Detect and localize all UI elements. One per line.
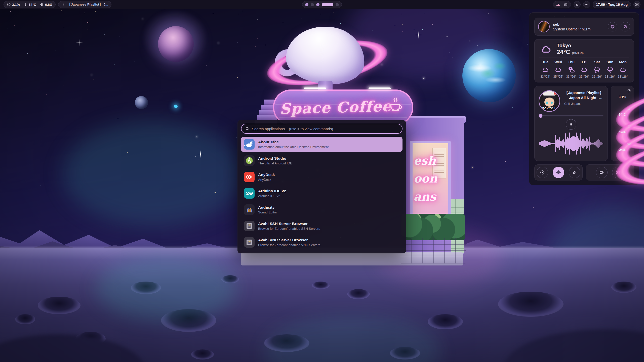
app-list-item[interactable]: Android StudioThe official Android IDE (241, 153, 403, 168)
forecast-temps: 35°/26° (579, 75, 589, 78)
star (242, 11, 243, 11)
thermometer-icon (627, 107, 631, 110)
star (366, 29, 366, 29)
speaker-icon (585, 3, 589, 7)
chip-icon (40, 3, 44, 7)
forecast-day-label: Mon (619, 60, 627, 64)
visualizer-bar (581, 141, 582, 147)
power-button[interactable] (621, 22, 630, 31)
system-tray-pill[interactable] (553, 1, 571, 8)
planter-plants (401, 214, 465, 240)
gear-icon (610, 24, 615, 29)
star (61, 10, 62, 11)
network-app-icon (244, 221, 255, 231)
app-description: Browse for Zeroconf-enabled VNC Servers (258, 243, 320, 247)
star (422, 29, 423, 30)
app-description: The official Android IDE (258, 161, 292, 165)
star (22, 235, 22, 236)
app-launcher-dialog: About XfceInformation about the Xfce Des… (237, 120, 406, 253)
app-list-item[interactable]: About XfceInformation about the Xfce Des… (241, 137, 403, 152)
overview-button[interactable] (633, 1, 640, 8)
workspace-indicator[interactable] (302, 1, 342, 8)
star (104, 34, 105, 35)
star (14, 25, 15, 26)
top-bar: 3.1%54°C6.8G 【Japanese Playlist】 J... 17… (0, 0, 644, 9)
blue-star (174, 105, 178, 108)
app-list-item[interactable]: AnyDeskAnyDesk (241, 169, 403, 185)
visualizer-bar (582, 139, 583, 148)
settings-button[interactable] (608, 22, 617, 31)
star (472, 167, 473, 168)
search-bar[interactable] (241, 124, 403, 134)
speedometer-icon (627, 89, 631, 93)
star (495, 43, 495, 43)
star (27, 53, 28, 54)
visualizer-bar (545, 141, 546, 147)
leaf-quick-button[interactable] (569, 167, 580, 178)
visualizer-bar (552, 143, 553, 144)
forecast-day-label: Sun (607, 60, 613, 64)
workspace-dot-occupied[interactable] (305, 3, 308, 6)
star (95, 11, 96, 12)
visualizer-bar (539, 142, 540, 145)
search-input[interactable] (252, 127, 398, 131)
workspace-dot-occupied[interactable] (316, 3, 319, 6)
crater (428, 314, 463, 329)
scales-quick-button[interactable] (553, 167, 564, 178)
star (236, 138, 237, 138)
star (255, 47, 256, 47)
speedometer-quick-button[interactable] (537, 167, 548, 178)
star (64, 27, 64, 28)
app-name: Arduino IDE v2 (258, 189, 286, 193)
star-glint (75, 39, 83, 47)
power-icon (623, 24, 628, 29)
speedometer-stat: 3.1% (7, 3, 20, 7)
partly-sunny-icon (568, 66, 575, 73)
avatar (538, 21, 550, 32)
visualizer-bar (564, 142, 565, 146)
gauge-chip: 14% (615, 125, 630, 140)
cat-tray-icon[interactable] (556, 3, 560, 7)
clock-pill[interactable]: 17:09 - Tue, 19 Aug (593, 1, 631, 8)
visualizer-bar (590, 142, 591, 145)
star (56, 50, 56, 51)
system-stats-pill[interactable]: 3.1%54°C6.8G (4, 1, 56, 8)
forecast-temps: 36°/26° (592, 75, 602, 78)
planter-box (400, 238, 466, 263)
visualizer-bar (598, 139, 599, 148)
camera-quick-button[interactable] (596, 167, 608, 178)
app-list-item[interactable]: Avahi SSH Server BrowserBrowse for Zeroc… (241, 218, 403, 234)
play-pause-button[interactable] (566, 119, 576, 130)
star (237, 77, 238, 78)
visualizer-bar (557, 139, 558, 149)
star (423, 78, 424, 79)
star (265, 45, 266, 45)
workspace-dot-active[interactable] (322, 3, 333, 6)
app-description: Browse for Zeroconf-enabled SSH Servers (258, 227, 320, 231)
album-art: TOKYO L (539, 90, 560, 112)
weather-cloud-icon (539, 43, 553, 55)
visualizer-bar (572, 136, 573, 151)
visualizer-bar (565, 133, 566, 154)
visualizer-bar (577, 136, 578, 151)
window-neon-text: esh oon ans (414, 152, 448, 206)
app-list-item[interactable]: Avahi VNC Server BrowserBrowse for Zeroc… (241, 235, 403, 250)
seek-bar[interactable] (539, 115, 603, 116)
neon-sign: Space Coffee (273, 89, 413, 125)
rain-icon (593, 66, 601, 73)
app-list-item[interactable]: AudacitySound Editor (241, 202, 403, 217)
star (483, 124, 483, 124)
workspace-dot-empty[interactable] (311, 3, 314, 6)
visualizer-bar (575, 137, 576, 151)
topbar-right-cluster: 17:09 - Tue, 19 Aug (553, 1, 640, 8)
screenshot-tray-icon[interactable] (564, 3, 568, 7)
volume-button[interactable] (583, 1, 590, 8)
now-playing-pill[interactable]: 【Japanese Playlist】 J... (58, 1, 111, 8)
visualizer-bar (592, 143, 593, 144)
pause-icon (569, 122, 573, 126)
star (450, 52, 450, 53)
app-list-item[interactable]: Arduino IDE v2Arduino IDE v2 (241, 186, 403, 201)
notifications-button[interactable] (574, 1, 581, 8)
seek-thumb[interactable] (539, 114, 542, 118)
workspace-dot-empty[interactable] (336, 3, 339, 6)
